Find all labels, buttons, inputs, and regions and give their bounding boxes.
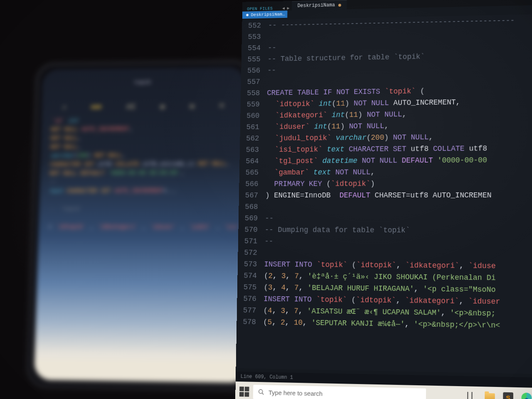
line-number: 577: [237, 305, 264, 317]
code-line[interactable]: 568: [239, 201, 532, 213]
svg-point-0: [259, 389, 263, 394]
laptop-screen: OPEN FILES ◀ ▶ DeskripsiNama DeskripsiNa…: [235, 0, 532, 399]
search-icon: [258, 389, 265, 395]
phone-camera-mode-row: ⚡ HDR AI ✿ ⚙ ≡: [42, 98, 245, 116]
line-number: 575: [237, 281, 264, 293]
line-number: 555: [241, 54, 268, 65]
ai-icon: AI: [126, 103, 135, 111]
code-line[interactable]: 567) ENGINE=InnoDB DEFAULT CHARSET=utf8 …: [239, 190, 532, 201]
settings-icon: ⚙: [190, 102, 195, 111]
phone-taskbar-reflection: [34, 359, 248, 383]
sublime-text-icon[interactable]: S: [503, 392, 513, 399]
file-explorer-icon[interactable]: [484, 392, 495, 399]
start-button[interactable]: [239, 387, 249, 397]
line-number: 552: [242, 20, 268, 32]
code-text: `judul_topik` varchar(200) NOT NULL,: [266, 131, 532, 144]
line-number: 569: [239, 212, 265, 224]
code-text: --: [265, 213, 532, 225]
code-text: `tgl_post` datetime NOT NULL DEFAULT '00…: [266, 154, 532, 167]
line-number: 576: [237, 293, 264, 305]
line-number: 563: [240, 144, 266, 156]
line-number: 578: [236, 316, 263, 328]
line-number: 559: [241, 99, 267, 110]
line-number: 554: [241, 42, 268, 54]
open-file-item[interactable]: DeskripsiNam…: [242, 10, 288, 19]
line-number: 556: [241, 65, 267, 76]
code-editor-window: OPEN FILES ◀ ▶ DeskripsiNama DeskripsiNa…: [235, 0, 532, 399]
code-line[interactable]: 564 `tgl_post` datetime NOT NULL DEFAULT…: [239, 154, 532, 167]
cursor-position: Line 609, Column 1: [241, 374, 293, 381]
line-number: 561: [240, 121, 267, 133]
tab-nav-arrows[interactable]: ◀ ▶: [277, 4, 292, 11]
taskbar-pinned-apps: S: [466, 391, 532, 399]
code-line[interactable]: 562 `judul_topik` varchar(200) NOT NULL,: [240, 131, 532, 144]
editor-tab-bar: OPEN FILES ◀ ▶ DeskripsiNama: [242, 0, 532, 12]
line-number: 565: [239, 167, 266, 178]
code-text: -- Dumping data for table `topik`: [265, 224, 532, 236]
search-placeholder: Type here to search: [268, 389, 323, 397]
line-number: 560: [240, 110, 267, 122]
phone-status-text: topik: [42, 78, 245, 89]
phone-mirrored-code: `id` int NOT NULL AUTO_INCREMENT, NOT NU…: [48, 114, 236, 231]
code-line[interactable]: 566 PRIMARY KEY (`idtopik`): [239, 177, 532, 190]
code-area[interactable]: 552-- ----------------------------------…: [236, 14, 532, 374]
tab-active[interactable]: DeskripsiNama: [292, 0, 347, 10]
code-text: PRIMARY KEY (`idtopik`): [266, 177, 532, 190]
line-number: 567: [239, 190, 266, 201]
taskbar-search-box[interactable]: Type here to search: [253, 385, 426, 399]
task-view-icon[interactable]: [466, 391, 477, 399]
phone-device: topik ⚡ HDR AI ✿ ⚙ ≡ `id` int NOT NULL A…: [25, 59, 256, 392]
line-number: 572: [238, 247, 264, 259]
line-number: 570: [238, 224, 265, 236]
code-text: --: [264, 236, 532, 249]
phone-screen: topik ⚡ HDR AI ✿ ⚙ ≡ `id` int NOT NULL A…: [34, 67, 248, 383]
tab-title: DeskripsiNama: [298, 2, 335, 9]
line-number: 562: [240, 133, 266, 144]
code-line[interactable]: 565 `gambar` text NOT NULL,: [239, 166, 532, 178]
code-line[interactable]: 570-- Dumping data for table `topik`: [238, 224, 532, 237]
edge-browser-icon[interactable]: [521, 392, 532, 399]
code-text: `isi_topik` text CHARACTER SET utf8 COLL…: [266, 142, 532, 155]
line-number: 557: [241, 76, 267, 88]
hdr-label: HDR: [91, 104, 102, 110]
code-text: [265, 201, 532, 213]
code-line[interactable]: 571--: [238, 235, 532, 249]
line-number: 566: [239, 178, 266, 190]
code-text: `gambar` text NOT NULL,: [266, 166, 532, 178]
code-line[interactable]: 563 `isi_topik` text CHARACTER SET utf8 …: [240, 142, 532, 155]
line-number: 574: [237, 270, 264, 281]
line-number: 558: [241, 87, 267, 99]
line-number: 564: [239, 155, 266, 167]
filter-icon: ✿: [160, 102, 165, 111]
open-file-name: DeskripsiNam…: [251, 12, 285, 17]
code-text: ) ENGINE=InnoDB DEFAULT CHARSET=utf8 AUT…: [265, 190, 532, 201]
unsaved-indicator-icon: [338, 4, 341, 7]
line-number: 571: [238, 235, 265, 247]
line-number: 568: [239, 201, 265, 213]
line-number: 553: [242, 31, 268, 43]
menu-icon: ≡: [219, 102, 224, 110]
svg-line-1: [262, 393, 264, 394]
line-number: 573: [238, 259, 264, 270]
code-line[interactable]: 569--: [239, 212, 532, 225]
flash-icon: ⚡: [62, 103, 66, 112]
